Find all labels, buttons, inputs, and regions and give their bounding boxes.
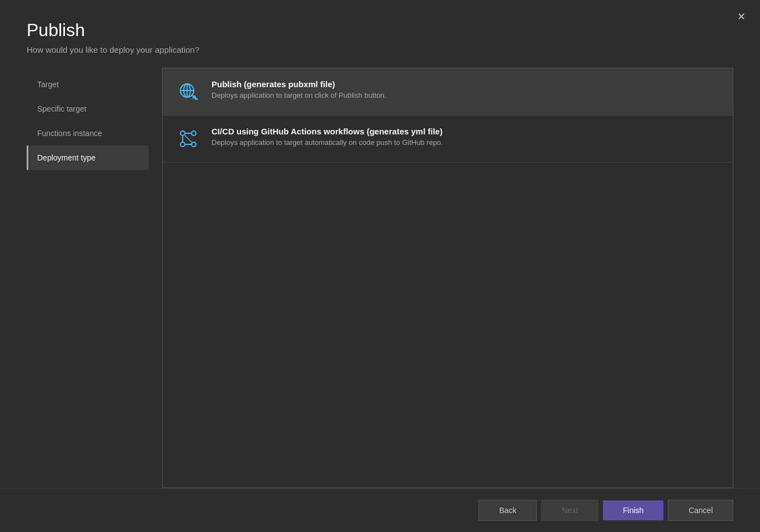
option-cicd-title: CI/CD using GitHub Actions workflows (ge…: [212, 127, 443, 136]
option-publish-title: Publish (generates pubxml file): [212, 79, 386, 89]
svg-point-5: [180, 131, 185, 135]
next-button: Next: [541, 500, 598, 521]
option-cicd[interactable]: CI/CD using GitHub Actions workflows (ge…: [163, 116, 733, 163]
dialog-subtitle: How would you like to deploy your applic…: [27, 45, 733, 54]
cicd-icon: [176, 127, 200, 151]
content-area: Publish (generates pubxml file) Deploys …: [162, 68, 733, 488]
svg-point-6: [192, 131, 196, 135]
publish-dialog: ✕ Publish How would you like to deploy y…: [0, 0, 760, 532]
svg-point-7: [180, 142, 185, 147]
dialog-footer: Back Next Finish Cancel: [0, 488, 760, 532]
svg-line-12: [185, 135, 192, 142]
option-publish-text: Publish (generates pubxml file) Deploys …: [212, 79, 386, 99]
dialog-header: Publish How would you like to deploy you…: [0, 0, 760, 68]
sidebar-item-specific-target[interactable]: Specific target: [27, 97, 149, 121]
sidebar-item-target[interactable]: Target: [27, 72, 149, 97]
finish-button[interactable]: Finish: [603, 500, 663, 520]
sidebar-item-deployment-type[interactable]: Deployment type: [27, 145, 149, 170]
option-publish-desc: Deploys application to target on click o…: [212, 91, 386, 99]
publish-icon: [176, 79, 200, 104]
option-publish[interactable]: Publish (generates pubxml file) Deploys …: [163, 68, 733, 116]
cancel-button[interactable]: Cancel: [668, 500, 733, 521]
close-button[interactable]: ✕: [733, 9, 749, 24]
option-cicd-desc: Deploys application to target automatica…: [212, 138, 443, 147]
back-button[interactable]: Back: [479, 500, 537, 521]
dialog-title: Publish: [27, 20, 733, 41]
sidebar: Target Specific target Functions instanc…: [27, 68, 149, 488]
dialog-body: Target Specific target Functions instanc…: [0, 68, 760, 488]
option-cicd-text: CI/CD using GitHub Actions workflows (ge…: [212, 127, 443, 147]
svg-point-8: [192, 142, 196, 147]
sidebar-item-functions-instance[interactable]: Functions instance: [27, 121, 149, 145]
